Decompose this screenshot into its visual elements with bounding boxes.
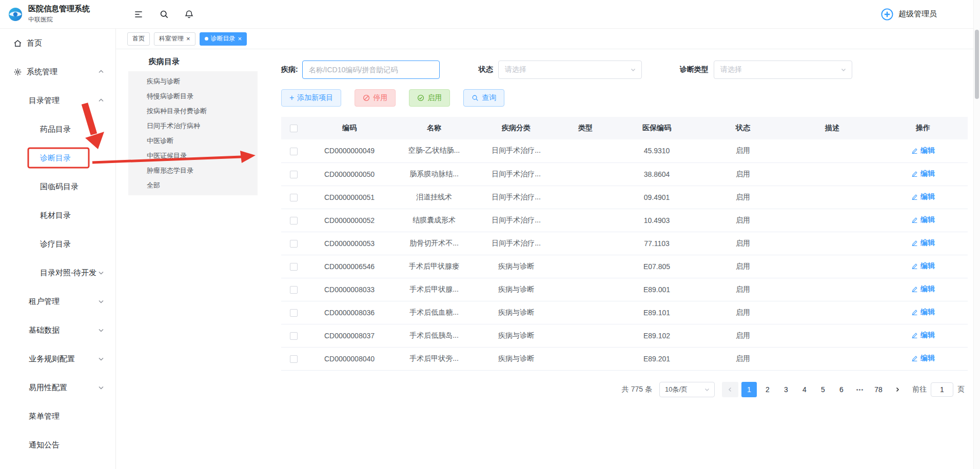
col-header-name: 名称 <box>393 117 475 139</box>
tab-label: 诊断目录 <box>211 34 236 43</box>
row-checkbox[interactable] <box>290 240 298 248</box>
edit-icon <box>911 217 918 223</box>
cell-status: 启用 <box>700 324 786 347</box>
pagination-page-6[interactable]: 6 <box>834 382 849 397</box>
sidebar-item-label: 基础数据 <box>29 325 60 335</box>
page-suffix: 页 <box>957 385 965 394</box>
pagination-page-4[interactable]: 4 <box>797 382 812 397</box>
catalog-list: 疾病与诊断特慢病诊断目录按病种目录付费诊断日间手术治疗病种中医诊断中医证候目录肿… <box>128 71 258 195</box>
row-checkbox[interactable] <box>290 309 298 317</box>
sidebar-item-label: 易用性配置 <box>29 383 67 393</box>
cell-category: 疾病与诊断 <box>475 347 557 370</box>
edit-button[interactable]: 编辑 <box>911 354 935 363</box>
catalog-item[interactable]: 全部 <box>128 178 258 193</box>
pagination-page-2[interactable]: 2 <box>760 382 775 397</box>
edit-button[interactable]: 编辑 <box>911 146 935 155</box>
sidebar-item-5[interactable]: 国临码目录 <box>0 172 115 201</box>
tab-department-management[interactable]: 科室管理 × <box>154 32 195 46</box>
edit-button[interactable]: 编辑 <box>911 308 935 317</box>
pagination-page-1[interactable]: 1 <box>741 382 757 397</box>
cell-category: 疾病与诊断 <box>475 324 557 347</box>
pagination-page-3[interactable]: 3 <box>778 382 794 397</box>
cell-category: 疾病与诊断 <box>475 301 557 324</box>
catalog-item[interactable]: 疾病与诊断 <box>128 74 258 89</box>
user-menu[interactable]: 超级管理员 <box>880 8 937 21</box>
pagination-page-5[interactable]: 5 <box>815 382 831 397</box>
menu-collapse-icon[interactable] <box>133 9 144 19</box>
row-checkbox[interactable] <box>290 171 298 178</box>
pagination-ellipsis[interactable]: ••• <box>852 382 868 397</box>
edit-button[interactable]: 编辑 <box>911 284 935 294</box>
sidebar-item-7[interactable]: 诊疗目录 <box>0 230 115 258</box>
sidebar-item-2[interactable]: 目录管理 <box>0 86 115 115</box>
sidebar-item-13[interactable]: 菜单管理 <box>0 402 115 431</box>
row-checkbox[interactable] <box>290 217 298 225</box>
prev-page-button[interactable] <box>722 382 738 397</box>
sidebar-item-1[interactable]: 系统管理 <box>0 57 115 86</box>
sidebar-item-10[interactable]: 基础数据 <box>0 316 115 344</box>
enable-button[interactable]: 启用 <box>409 89 450 107</box>
goto-page-input[interactable] <box>931 382 953 397</box>
catalog-item[interactable]: 肿瘤形态学目录 <box>128 163 258 178</box>
scrollbar-thumb[interactable] <box>975 30 979 99</box>
close-icon[interactable]: × <box>238 35 242 42</box>
sidebar-item-8[interactable]: 目录对照-待开发 <box>0 258 115 287</box>
sidebar-item-9[interactable]: 租户管理 <box>0 287 115 316</box>
edit-button[interactable]: 编辑 <box>911 215 935 225</box>
sidebar-item-active[interactable]: 诊断目录 <box>0 144 115 172</box>
disease-search-input[interactable] <box>302 60 440 79</box>
cell-type <box>557 186 614 209</box>
bell-icon[interactable] <box>184 9 194 19</box>
catalog-item[interactable]: 中医证候目录 <box>128 148 258 163</box>
query-button[interactable]: 查询 <box>463 89 504 107</box>
tab-diagnosis-catalog[interactable]: 诊断目录 × <box>200 32 247 46</box>
disable-button[interactable]: 停用 <box>355 89 396 107</box>
row-checkbox[interactable] <box>290 332 298 340</box>
sidebar-item-11[interactable]: 业务规则配置 <box>0 344 115 373</box>
sidebar-item-12[interactable]: 易用性配置 <box>0 373 115 402</box>
row-checkbox[interactable] <box>290 355 298 363</box>
sidebar-item-14[interactable]: 通知公告 <box>0 431 115 459</box>
edit-button[interactable]: 编辑 <box>911 261 935 271</box>
row-checkbox[interactable] <box>290 194 298 201</box>
chevron-down-icon <box>98 356 104 362</box>
row-checkbox[interactable] <box>290 148 298 155</box>
cell-desc <box>786 186 878 209</box>
cell-insurance: 45.9310 <box>614 139 700 162</box>
scrollbar-track[interactable] <box>973 0 980 469</box>
col-header-type: 类型 <box>557 117 614 139</box>
tab-home[interactable]: 首页 <box>127 32 150 46</box>
cell-status: 启用 <box>700 209 786 232</box>
diagnosis-type-select[interactable]: 请选择 <box>714 60 852 79</box>
table-row: CD0000008033手术后甲状腺...疾病与诊断E89.001启用编辑 <box>281 278 968 301</box>
select-all-checkbox[interactable] <box>290 125 298 132</box>
edit-button[interactable]: 编辑 <box>911 238 935 248</box>
sidebar-item-6[interactable]: 耗材目录 <box>0 201 115 230</box>
status-select[interactable]: 请选择 <box>498 60 642 79</box>
col-header-status: 状态 <box>700 117 786 139</box>
pagination-page-78[interactable]: 78 <box>871 382 886 397</box>
search-icon[interactable] <box>159 9 169 19</box>
page-size-select[interactable]: 10条/页 <box>659 382 715 397</box>
sidebar-item-0[interactable]: 首页 <box>0 29 115 57</box>
catalog-item[interactable]: 按病种目录付费诊断 <box>128 104 258 118</box>
edit-button[interactable]: 编辑 <box>911 192 935 201</box>
edit-button[interactable]: 编辑 <box>911 169 935 178</box>
edit-icon <box>911 355 918 362</box>
catalog-item[interactable]: 中医诊断 <box>128 133 258 148</box>
close-icon[interactable]: × <box>186 35 190 42</box>
add-item-button[interactable]: + 添加新项目 <box>281 89 341 107</box>
col-header-category: 疾病分类 <box>475 117 557 139</box>
row-checkbox[interactable] <box>290 263 298 271</box>
chevron-down-icon <box>98 270 104 276</box>
cell-category: 日间手术治疗... <box>475 232 557 255</box>
cell-status: 启用 <box>700 162 786 186</box>
row-checkbox[interactable] <box>290 286 298 294</box>
table-row: CD0000000052结膜囊成形术日间手术治疗...10.4903启用编辑 <box>281 209 968 232</box>
catalog-item[interactable]: 日间手术治疗病种 <box>128 118 258 133</box>
edit-button[interactable]: 编辑 <box>911 331 935 340</box>
sidebar-item-3[interactable]: 药品目录 <box>0 115 115 144</box>
next-page-button[interactable] <box>889 382 906 397</box>
catalog-item[interactable]: 特慢病诊断目录 <box>128 89 258 104</box>
cell-name: 手术后甲状腺... <box>393 278 475 301</box>
